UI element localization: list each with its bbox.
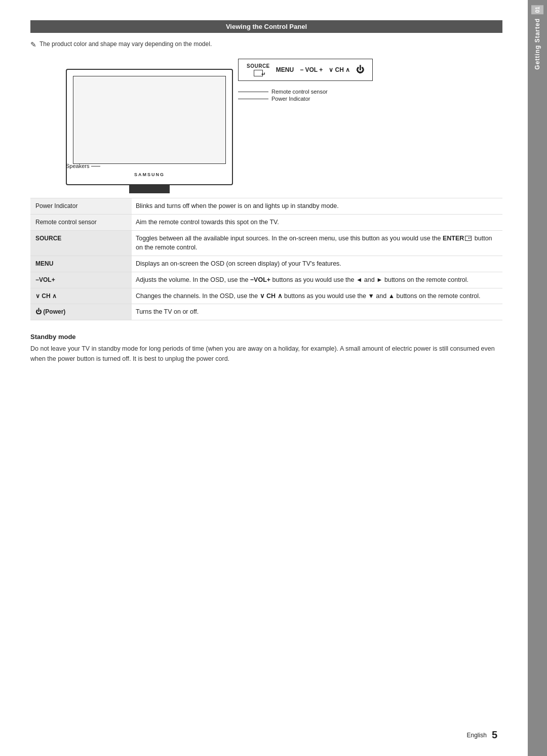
table-row: Remote control sensorAim the remote cont… [30, 214, 502, 230]
side-tab: 01 Getting Started [528, 0, 547, 756]
table-label-0: Power Indicator [30, 198, 132, 215]
tv-stand [129, 184, 170, 193]
vol-label-diagram: − VOL + [300, 66, 323, 73]
table-desc-0: Blinks and turns off when the power is o… [132, 198, 502, 215]
control-panel-section: SOURCE ↵ MENU − VOL + ∨ CH ∧ ⏻ Rem [233, 59, 373, 108]
table-desc-2: Toggles between all the available input … [132, 230, 502, 256]
annotations: Remote control sensor Power Indicator [238, 89, 373, 103]
tv-diagram: SAMSUNG Speakers SOURCE [30, 59, 502, 185]
power-indicator-label: Power Indicator [271, 96, 310, 102]
side-section-number: 01 [531, 5, 543, 14]
source-button-diagram: SOURCE ↵ [247, 63, 270, 76]
table-row: ⏻ (Power)Turns the TV on or off. [30, 304, 502, 320]
table-desc-6: Turns the TV on or off. [132, 304, 502, 320]
note-line: ✎ The product color and shape may vary d… [30, 40, 502, 49]
footer-lang: English [467, 732, 487, 739]
tv-illustration: SAMSUNG Speakers [66, 59, 233, 185]
table-label-5: ∨ CH ∧ [30, 288, 132, 304]
info-table: Power IndicatorBlinks and turns off when… [30, 198, 502, 320]
table-row: −VOL+Adjusts the volume. In the OSD, use… [30, 272, 502, 288]
side-section-label: Getting Started [534, 18, 541, 70]
table-desc-5: Changes the channels. In the OSD, use th… [132, 288, 502, 304]
table-label-3: MENU [30, 256, 132, 272]
control-buttons-box: SOURCE ↵ MENU − VOL + ∨ CH ∧ ⏻ [238, 59, 373, 81]
note-icon: ✎ [30, 40, 36, 49]
power-icon-diagram: ⏻ [356, 65, 364, 74]
table-desc-4: Adjusts the volume. In the OSD, use the … [132, 272, 502, 288]
remote-sensor-line [238, 92, 268, 92]
standby-section: Standby mode Do not leave your TV in sta… [30, 333, 502, 364]
page-number: 5 [492, 729, 497, 741]
table-row: MENUDisplays an on-screen the OSD (on sc… [30, 256, 502, 272]
table-label-1: Remote control sensor [30, 214, 132, 230]
power-indicator-line [238, 99, 268, 99]
speakers-label: Speakers [66, 163, 89, 169]
table-label-2: SOURCE [30, 230, 132, 256]
tv-screen [73, 76, 226, 164]
note-text: The product color and shape may vary dep… [40, 40, 212, 48]
samsung-logo: SAMSUNG [134, 172, 165, 177]
standby-text: Do not leave your TV in standby mode for… [30, 344, 502, 364]
section-title: Viewing the Control Panel [30, 20, 502, 33]
table-desc-1: Aim the remote control towards this spot… [132, 214, 502, 230]
menu-label-diagram: MENU [276, 66, 294, 73]
ch-label-diagram: ∨ CH ∧ [329, 66, 350, 73]
standby-title: Standby mode [30, 333, 502, 341]
speakers-annotation: Speakers [66, 163, 100, 169]
remote-sensor-label: Remote control sensor [271, 89, 328, 95]
speakers-line [91, 166, 100, 166]
table-label-4: −VOL+ [30, 272, 132, 288]
power-indicator-annotation: Power Indicator [238, 96, 373, 102]
table-row: Power IndicatorBlinks and turns off when… [30, 198, 502, 215]
remote-sensor-annotation: Remote control sensor [238, 89, 373, 95]
page-footer: English 5 [467, 729, 497, 741]
table-desc-3: Displays an on-screen the OSD (on screen… [132, 256, 502, 272]
table-row: SOURCEToggles between all the available … [30, 230, 502, 256]
table-row: ∨ CH ∧Changes the channels. In the OSD, … [30, 288, 502, 304]
table-label-6: ⏻ (Power) [30, 304, 132, 320]
